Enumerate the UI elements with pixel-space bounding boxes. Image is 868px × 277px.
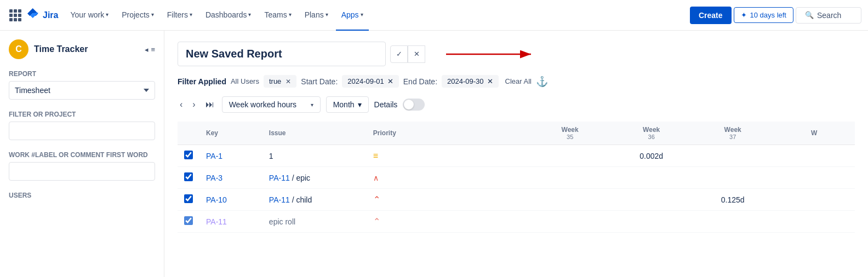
teams-chevron: ▾: [289, 11, 292, 18]
nav-your-work[interactable]: Your work ▾: [65, 0, 114, 31]
confirm-buttons: ✓ ✕: [390, 45, 425, 63]
sidebar-title: Time Tracker: [34, 44, 88, 54]
next-period-button[interactable]: ›: [190, 97, 197, 112]
col-issue: Issue: [262, 122, 367, 145]
plans-chevron: ▾: [326, 11, 328, 18]
issue-key-link[interactable]: PA-10: [206, 195, 227, 204]
end-date-clear-button[interactable]: ✕: [487, 77, 493, 85]
filters-chevron: ▾: [190, 11, 192, 18]
period-select[interactable]: Week worked hours ▾: [222, 96, 321, 113]
sidebar: C Time Tracker ◂ ≡ Report Timesheet Filt…: [0, 31, 164, 277]
work-label-input[interactable]: [9, 162, 155, 181]
month-chevron-icon: ▾: [358, 100, 362, 109]
projects-chevron: ▾: [151, 11, 154, 18]
week-partial-value: [773, 189, 855, 211]
nav-dashboards[interactable]: Dashboards ▾: [200, 0, 257, 31]
table-row: PA-1 1 ≡ 0.002d: [178, 145, 855, 167]
week35-value: [529, 145, 611, 167]
anchor-icon[interactable]: ⚓: [536, 76, 548, 88]
jira-logo[interactable]: Jira: [26, 7, 58, 24]
search-icon: 🔍: [805, 11, 814, 19]
table-row: PA-3 PA-11 / epic ∧: [178, 167, 855, 189]
start-date-clear-button[interactable]: ✕: [387, 77, 393, 85]
end-date-label: End Date:: [403, 77, 437, 86]
nav-apps[interactable]: Apps ▾: [336, 0, 369, 31]
row-checkbox[interactable]: [184, 172, 193, 181]
report-section-label: Report: [9, 70, 155, 78]
nav-filters[interactable]: Filters ▾: [162, 0, 198, 31]
dashboards-chevron: ▾: [248, 11, 251, 18]
filter-project-input[interactable]: [9, 122, 155, 140]
create-button[interactable]: Create: [690, 7, 732, 24]
week37-value: [692, 211, 774, 233]
top-nav: Jira Your work ▾ Projects ▾ Filters ▾ Da…: [0, 0, 868, 31]
prev-period-button[interactable]: ‹: [178, 97, 185, 112]
issue-text: epic roll: [269, 217, 295, 226]
filter-section-label: Filter or Project: [9, 111, 155, 118]
col-week36: Week 36: [610, 122, 692, 145]
report-name-input[interactable]: [178, 42, 386, 66]
nav-projects[interactable]: Projects ▾: [116, 0, 159, 31]
search-button[interactable]: 🔍 Search: [796, 7, 861, 24]
row-checkbox[interactable]: [184, 216, 193, 225]
table-row: PA-10 PA-11 / child ⌃ 0.125d: [178, 189, 855, 211]
all-users-value: true: [269, 77, 281, 85]
filter-applied-label: Filter Applied: [178, 77, 226, 86]
issue-key-link[interactable]: PA-1: [206, 152, 222, 160]
main-content: ✓ ✕ Filter Applied All User: [164, 31, 868, 277]
toggle-knob: [404, 100, 414, 109]
timesheet-toolbar: ‹ › ⏭ Week worked hours ▾ Month ▾ Detail…: [178, 96, 855, 113]
issue-key-link[interactable]: PA-11: [206, 217, 227, 226]
issue-parent-link[interactable]: PA-11: [269, 195, 290, 204]
week-partial-value: [773, 145, 855, 167]
users-section-label: Users: [9, 192, 155, 199]
app-switcher-button[interactable]: [7, 7, 24, 24]
week35-value: [529, 189, 611, 211]
week36-value: [610, 189, 692, 211]
confirm-cancel-button[interactable]: ✕: [408, 45, 425, 63]
details-label: Details: [374, 100, 398, 109]
week35-value: [529, 211, 611, 233]
report-name-row: ✓ ✕: [178, 42, 855, 66]
col-key: Key: [199, 122, 262, 145]
priority-icon: ≡: [373, 151, 378, 160]
end-date-chip: 2024-09-30 ✕: [442, 75, 499, 88]
week36-value: 0.002d: [610, 145, 692, 167]
issue-key-link[interactable]: PA-3: [206, 174, 222, 182]
jira-wordmark: Jira: [43, 10, 58, 20]
collapse-icon: ◂: [145, 45, 149, 54]
issue-suffix: / child: [292, 195, 312, 204]
trial-star-icon: ✦: [741, 11, 747, 19]
col-week37: Week 37: [692, 122, 774, 145]
month-select[interactable]: Month ▾: [326, 96, 369, 113]
apps-chevron: ▾: [361, 11, 363, 18]
row-checkbox[interactable]: [184, 151, 193, 159]
x-icon: ✕: [414, 50, 420, 58]
last-period-button[interactable]: ⏭: [203, 97, 216, 112]
week-partial-value: [773, 211, 855, 233]
col-priority: Priority: [367, 122, 529, 145]
all-users-chip: true ✕: [264, 75, 296, 88]
start-date-label: Start Date:: [301, 77, 338, 86]
week36-value: [610, 211, 692, 233]
end-date-value: 2024-09-30: [447, 77, 484, 85]
nav-plans[interactable]: Plans ▾: [299, 0, 334, 31]
sidebar-logo: C Time Tracker: [9, 39, 88, 59]
grid-icon: [9, 9, 21, 21]
confirm-save-button[interactable]: ✓: [390, 45, 408, 63]
trial-button[interactable]: ✦ 10 days left: [734, 7, 794, 23]
filter-bar: Filter Applied All Users true ✕ Start Da…: [178, 75, 855, 88]
work-label-section: Work #label or Comment First Word: [9, 151, 155, 159]
details-toggle[interactable]: [403, 99, 425, 111]
nav-teams[interactable]: Teams ▾: [259, 0, 296, 31]
row-checkbox[interactable]: [184, 194, 193, 203]
issue-parent-link[interactable]: PA-11: [269, 174, 290, 182]
all-users-clear-button[interactable]: ✕: [285, 78, 291, 85]
report-table: Key Issue Priority Week 35 Week 36 Week …: [178, 122, 855, 233]
clear-all-button[interactable]: Clear All: [505, 77, 532, 85]
week35-value: [529, 167, 611, 189]
report-select[interactable]: Timesheet: [9, 81, 155, 100]
your-work-chevron: ▾: [106, 11, 108, 18]
week37-value: [692, 145, 774, 167]
sidebar-collapse-button[interactable]: ◂ ≡: [145, 45, 155, 54]
